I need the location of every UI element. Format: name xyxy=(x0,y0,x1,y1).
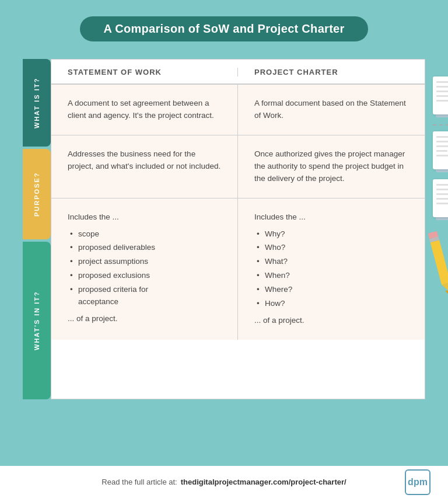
doc-line xyxy=(436,141,448,142)
doc-line xyxy=(436,189,448,190)
sow-items-list: scope proposed deliverables project assu… xyxy=(68,228,221,309)
doc-stack-3 xyxy=(433,179,448,221)
doc-line xyxy=(436,184,448,186)
row-what-is-it: A document to set agreement between a cl… xyxy=(51,85,425,135)
pc-outro: ... of a project. xyxy=(254,315,408,327)
table-header: STATEMENT OF WORK PROJECT CHARTER xyxy=(51,60,425,85)
page-wrapper: A Comparison of SoW and Project Charter … xyxy=(0,0,448,498)
list-item: proposed deliverables xyxy=(68,242,221,254)
list-item: proposed exclusions xyxy=(68,270,221,282)
decorations-right xyxy=(433,76,448,295)
doc-line-short xyxy=(436,100,448,102)
doc-line xyxy=(436,155,448,156)
list-item: How? xyxy=(254,298,408,310)
label-what-is-it: WHAT IS IT? xyxy=(23,59,51,147)
list-item: What? xyxy=(254,256,408,268)
pencil-decoration xyxy=(433,230,448,295)
sow-includes-label: Includes the ... xyxy=(68,211,221,224)
doc-line-short xyxy=(436,193,448,195)
cell-purpose-pc: Once authorized gives the project manage… xyxy=(238,135,425,198)
list-item: proposed criteria foracceptance xyxy=(68,284,221,308)
footer: Read the full article at: thedigitalproj… xyxy=(0,466,448,498)
list-item: project assumptions xyxy=(68,256,221,268)
cell-whats-in-it-pc: Includes the ... Why? Who? What? When? W… xyxy=(238,198,425,340)
col2-header: PROJECT CHARTER xyxy=(238,68,425,76)
pencil-body xyxy=(430,240,448,285)
doc-front-3 xyxy=(433,179,448,217)
label-purpose: PURPOSE? xyxy=(23,149,51,239)
doc-stack-1 xyxy=(433,76,448,119)
dashed-divider xyxy=(433,124,448,126)
list-item: When? xyxy=(254,270,408,282)
doc-line xyxy=(436,81,448,83)
doc-front-2 xyxy=(433,131,448,169)
doc-front-1 xyxy=(433,76,448,114)
labels-column: WHAT IS IT? PURPOSE? WHAT'S IN IT? xyxy=(23,59,51,399)
dpm-badge: dpm xyxy=(405,469,430,495)
sow-outro: ... of a project. xyxy=(68,313,221,325)
pc-includes-label: Includes the ... xyxy=(254,211,408,224)
doc-line xyxy=(436,198,448,200)
footer-link: thedigitalprojectmanager.com/project-cha… xyxy=(181,478,346,486)
row-purpose: Addresses the business need for the proj… xyxy=(51,135,425,198)
doc-line-short xyxy=(436,90,448,92)
doc-line xyxy=(436,203,448,204)
doc-line xyxy=(436,136,448,138)
doc-line xyxy=(436,86,448,88)
page-title: A Comparison of SoW and Project Charter xyxy=(103,22,344,36)
doc-line xyxy=(436,95,448,97)
cell-whats-in-it-sow: Includes the ... scope proposed delivera… xyxy=(51,198,238,340)
pencil-container xyxy=(428,231,448,296)
main-content: WHAT IS IT? PURPOSE? WHAT'S IN IT? STATE… xyxy=(23,59,425,399)
table-grid: STATEMENT OF WORK PROJECT CHARTER A docu… xyxy=(51,59,425,399)
doc-line-short xyxy=(436,150,447,152)
col1-header: STATEMENT OF WORK xyxy=(51,68,238,76)
cell-what-is-it-sow: A document to set agreement between a cl… xyxy=(51,85,238,135)
list-item: scope xyxy=(68,228,221,241)
cell-what-is-it-pc: A formal document based on the Statement… xyxy=(238,85,425,135)
pencil-point xyxy=(445,290,448,295)
doc-line xyxy=(436,145,448,147)
pc-items-list: Why? Who? What? When? Where? How? xyxy=(254,228,408,311)
label-whats-in-it: WHAT'S IN IT? xyxy=(23,242,51,399)
list-item: Who? xyxy=(254,242,408,254)
row-whats-in-it: Includes the ... scope proposed delivera… xyxy=(51,198,425,340)
list-item: Where? xyxy=(254,284,408,296)
title-banner: A Comparison of SoW and Project Charter xyxy=(80,16,368,41)
footer-read-text: Read the full article at: xyxy=(102,478,177,486)
list-item: Why? xyxy=(254,228,408,241)
cell-purpose-sow: Addresses the business need for the proj… xyxy=(51,135,238,198)
doc-stack-2 xyxy=(433,131,448,173)
